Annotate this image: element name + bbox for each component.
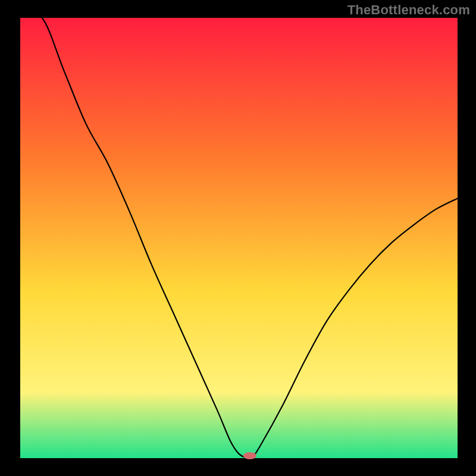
plot-background [20, 18, 458, 458]
chart-svg [0, 0, 476, 476]
minimum-marker [243, 452, 256, 459]
chart-frame: TheBottleneck.com [0, 0, 476, 476]
